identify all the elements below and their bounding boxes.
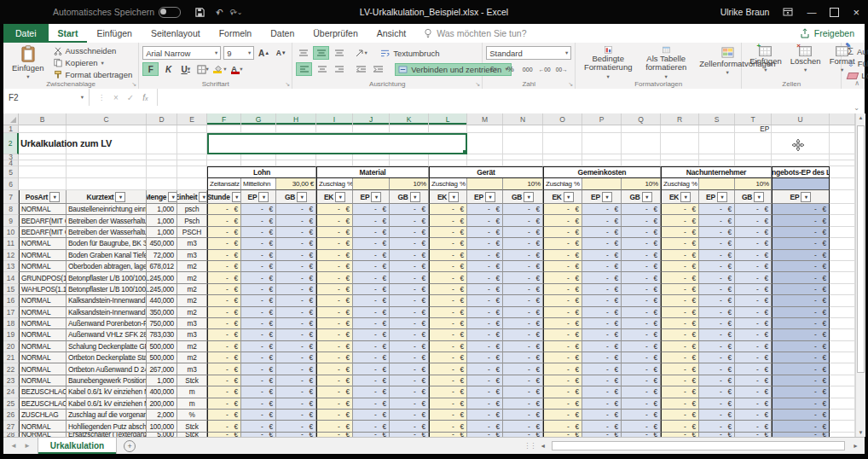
wrap-text-button[interactable]: Textumbruch: [378, 48, 442, 59]
cell-E21[interactable]: m2: [177, 352, 207, 363]
cell-M13[interactable]: -€: [467, 261, 503, 272]
cell-K11[interactable]: -€: [390, 238, 429, 249]
cell-M15[interactable]: -€: [467, 284, 503, 295]
cell-N12[interactable]: -€: [503, 250, 543, 261]
cell-Q12[interactable]: -€: [622, 250, 661, 261]
align-bottom-icon[interactable]: [332, 47, 346, 59]
format-painter-button[interactable]: Format übertragen: [51, 69, 136, 80]
cell-L11[interactable]: -€: [429, 238, 467, 249]
cell-Q24[interactable]: -€: [622, 386, 661, 398]
dialog-launcher-icon[interactable]: ↘: [568, 81, 573, 88]
cell-L15[interactable]: -€: [429, 284, 467, 295]
cell-F17[interactable]: -€: [207, 307, 241, 318]
filter-header-U7[interactable]: EP▾: [772, 190, 830, 204]
cell-Q25[interactable]: -€: [622, 398, 661, 410]
cell-S10[interactable]: -€: [699, 227, 735, 238]
cell-N17[interactable]: -€: [503, 307, 543, 318]
cell-L25[interactable]: -€: [429, 398, 467, 410]
cell-B3[interactable]: [19, 154, 67, 160]
cell-V9[interactable]: [830, 215, 855, 226]
cell-K10[interactable]: -€: [390, 227, 429, 238]
filter-header-M7[interactable]: EP▾: [467, 190, 503, 204]
cell-P8[interactable]: -€: [582, 204, 622, 215]
cell-G10[interactable]: -€: [241, 227, 276, 238]
cell-K1[interactable]: [390, 125, 429, 133]
cell-G21[interactable]: -€: [241, 352, 276, 363]
tell-me-box[interactable]: Was möchten Sie tun?: [415, 24, 535, 43]
cell-Q9[interactable]: -€: [622, 215, 661, 226]
cell-C18[interactable]: Außenwand Porenbeton-Planek: [67, 318, 147, 329]
cell-G8[interactable]: -€: [241, 204, 276, 215]
param-cell-U6[interactable]: [772, 178, 830, 190]
close-button[interactable]: ×: [853, 7, 859, 18]
cell-L8[interactable]: -€: [429, 204, 467, 215]
cell-S2[interactable]: [699, 133, 735, 154]
cell-T10[interactable]: -€: [735, 227, 772, 238]
filter-header-P7[interactable]: EP▾: [582, 190, 622, 204]
cell-B20[interactable]: NORMAL: [19, 341, 67, 352]
cell-G22[interactable]: -€: [241, 363, 276, 375]
cell-O16[interactable]: -€: [543, 295, 582, 306]
align-right-icon[interactable]: [332, 63, 346, 75]
row-header-10[interactable]: 10: [3, 227, 19, 238]
cell-B11[interactable]: NORMAL: [19, 238, 67, 249]
cell-H16[interactable]: -€: [276, 295, 316, 306]
group-header-nachunternehmer[interactable]: Nachunternehmer: [661, 166, 772, 178]
filter-dropdown-icon[interactable]: ▾: [232, 192, 241, 202]
cell-P18[interactable]: -€: [582, 318, 622, 329]
cell-C27[interactable]: Hohlliegenden Putz abschlagen: [67, 421, 147, 432]
cell-P20[interactable]: -€: [582, 341, 622, 352]
cell-T22[interactable]: -€: [735, 363, 772, 375]
col-header-F[interactable]: F: [207, 113, 241, 125]
cell-R24[interactable]: -€: [661, 386, 699, 398]
cell-O2[interactable]: [543, 133, 582, 154]
cell-R19[interactable]: -€: [661, 329, 699, 340]
row-header-8[interactable]: 8: [3, 204, 19, 215]
filter-dropdown-icon[interactable]: ▾: [564, 192, 574, 202]
cell-Q8[interactable]: -€: [622, 204, 661, 215]
cell-S11[interactable]: -€: [699, 238, 735, 249]
cell-U9[interactable]: -€: [772, 215, 830, 226]
cut-button[interactable]: Ausschneiden: [51, 45, 136, 56]
cell-C8[interactable]: Baustelleneinrichtung einrichter: [67, 204, 147, 215]
filter-header-E7[interactable]: Einheit▾: [177, 190, 207, 204]
cell-Q3[interactable]: [622, 154, 661, 160]
grow-font-button[interactable]: A▲: [257, 47, 271, 59]
cell-G9[interactable]: -€: [241, 215, 276, 226]
cell-M22[interactable]: -€: [467, 363, 503, 375]
cell-E6[interactable]: [177, 178, 207, 190]
shrink-font-button[interactable]: A▼: [274, 47, 288, 59]
cell-H17[interactable]: -€: [276, 307, 316, 318]
cell-J19[interactable]: -€: [353, 329, 390, 340]
cell-P27[interactable]: -€: [582, 421, 622, 432]
cell-Q26[interactable]: -€: [622, 410, 661, 421]
cell-P12[interactable]: -€: [582, 250, 622, 261]
cell-C11[interactable]: Boden für Baugrube, BK 3: [67, 238, 147, 249]
ribbon-display-options-icon[interactable]: [783, 7, 793, 17]
filter-dropdown-icon[interactable]: ▾: [335, 192, 345, 202]
cell-J21[interactable]: -€: [353, 352, 390, 363]
cell-Q15[interactable]: -€: [622, 284, 661, 295]
cell-G14[interactable]: -€: [241, 272, 276, 283]
cell-B19[interactable]: NORMAL: [19, 329, 67, 340]
cell-E4[interactable]: [177, 160, 207, 166]
tab-seitenlayout[interactable]: Seitenlayout: [142, 24, 210, 43]
cell-J26[interactable]: -€: [353, 410, 390, 421]
cell-E15[interactable]: m2: [177, 284, 207, 295]
cell-U1[interactable]: [772, 125, 830, 133]
cell-J10[interactable]: -€: [353, 227, 390, 238]
cell-I27[interactable]: -€: [316, 421, 353, 432]
cell-L17[interactable]: -€: [429, 307, 467, 318]
cell-V23[interactable]: [830, 375, 855, 386]
cell-N19[interactable]: -€: [503, 329, 543, 340]
cell-U20[interactable]: -€: [772, 341, 830, 352]
cell-J17[interactable]: -€: [353, 307, 390, 318]
cell-N8[interactable]: -€: [503, 204, 543, 215]
cell-S8[interactable]: -€: [699, 204, 735, 215]
cell-B18[interactable]: NORMAL: [19, 318, 67, 329]
cell-F3[interactable]: [207, 154, 241, 160]
cell-M19[interactable]: -€: [467, 329, 503, 340]
autosave-toggle[interactable]: Automatisches Speichern: [53, 7, 181, 18]
cell-K12[interactable]: -€: [390, 250, 429, 261]
cell-S4[interactable]: [699, 160, 735, 166]
